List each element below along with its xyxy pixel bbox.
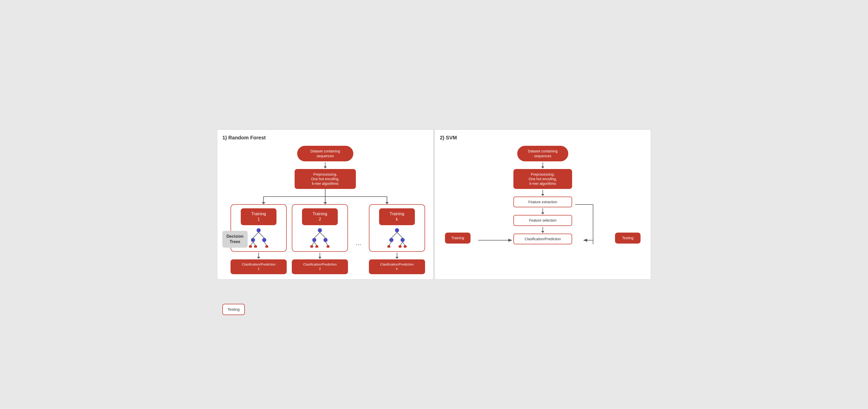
rf-branches: Training 1 <box>222 204 428 274</box>
main-container: 1) Random Forest Dataset containing sequ… <box>217 129 651 279</box>
svm-content: Dataset containing sequences Preprocessi… <box>440 146 646 244</box>
svg-point-23 <box>323 238 328 242</box>
svm-training: Training <box>445 232 470 243</box>
svg-line-20 <box>314 232 320 238</box>
rf-arrow-branch-2 <box>320 252 320 259</box>
rf-panel: 1) Random Forest Dataset containing sequ… <box>217 129 433 279</box>
svg-point-33 <box>389 238 394 242</box>
rf-branch-k: Training k <box>369 204 425 274</box>
svg-line-10 <box>258 232 264 238</box>
rf-branch-box-k: Training k <box>369 204 425 252</box>
svg-line-14 <box>253 242 255 246</box>
svm-testing-container: Testing <box>615 232 641 243</box>
rf-tree-k <box>384 227 410 248</box>
rf-classification-1: Clasification/Prediction 1 <box>230 259 287 274</box>
decision-trees-text: Decision Trees <box>222 231 248 248</box>
svm-panel: 2) SVM Dataset containing sequences Prep… <box>435 129 651 279</box>
rf-classification-2: Clasification/Prediction 2 <box>292 259 348 274</box>
svg-point-30 <box>395 228 399 232</box>
svg-line-21 <box>320 232 326 238</box>
rf-testing-container: Testing <box>222 304 245 315</box>
rf-arrow-1 <box>325 161 326 169</box>
svg-point-19 <box>318 228 322 232</box>
svg-point-15 <box>249 245 252 248</box>
svm-testing: Testing <box>615 232 641 243</box>
rf-dots: ... <box>353 239 364 247</box>
svg-line-9 <box>253 232 258 238</box>
rf-branch-arrows-svg <box>222 189 428 204</box>
svm-preprocessing: Preprocessing. One hot encofing, k-mer a… <box>514 169 572 189</box>
svg-marker-5 <box>323 202 327 204</box>
rf-tree-1 <box>246 227 271 248</box>
svm-title: 2) SVM <box>440 135 646 141</box>
rf-training-k: Training k <box>379 208 415 225</box>
svm-classification: Clasification/Prediction <box>514 233 572 244</box>
rf-classification-k: Clasification/Prediction k <box>369 259 425 274</box>
rf-preprocessing: Preprocessing. One hot encofing, k-mer a… <box>294 169 356 189</box>
svg-marker-3 <box>262 202 265 204</box>
svm-feature-selection-container: Feature selection <box>514 215 572 226</box>
rf-multi-arrow <box>222 189 428 204</box>
rf-training-1: Training 1 <box>241 208 277 225</box>
svg-point-27 <box>315 245 318 248</box>
svg-point-12 <box>262 238 266 242</box>
rf-tree-2 <box>307 227 333 248</box>
rf-dataset: Dataset containing sequences <box>297 146 353 161</box>
svg-point-36 <box>387 245 390 248</box>
svg-point-26 <box>310 245 313 248</box>
svg-point-34 <box>401 238 405 242</box>
decision-trees-label: Decision Trees <box>222 231 248 248</box>
svg-point-18 <box>265 245 268 248</box>
rf-content: Dataset containing sequences Preprocessi… <box>222 146 428 274</box>
rf-title: 1) Random Forest <box>222 135 428 141</box>
svg-line-13 <box>250 242 253 246</box>
svg-point-40 <box>404 245 407 248</box>
svg-line-31 <box>391 232 397 238</box>
svg-line-28 <box>326 242 328 246</box>
svg-point-22 <box>312 238 316 242</box>
rf-branch-box-2: Training 2 <box>292 204 348 252</box>
svm-training-container: Training <box>445 232 470 243</box>
svm-arrow-1 <box>542 161 543 169</box>
svg-line-37 <box>400 242 403 246</box>
rf-branches-row: Decision Trees Testing Training 1 <box>222 204 428 274</box>
rf-arrow-branch-k <box>397 252 397 259</box>
svg-line-38 <box>403 242 405 246</box>
svg-line-32 <box>397 232 403 238</box>
rf-testing: Testing <box>222 304 245 315</box>
svm-arrow-2 <box>542 189 543 197</box>
rf-arrow-branch-1 <box>258 252 259 259</box>
svg-line-17 <box>264 242 267 246</box>
svm-arrow-3 <box>542 207 543 215</box>
svm-dataset: Dataset containing sequences <box>517 146 568 161</box>
svg-marker-7 <box>385 202 389 204</box>
svg-point-11 <box>251 238 255 242</box>
svg-point-39 <box>399 245 402 248</box>
svm-feature-selection: Feature selection <box>514 215 572 226</box>
rf-branch-2: Training 2 <box>292 204 348 274</box>
svg-line-24 <box>312 242 314 246</box>
svm-arrow-4 <box>542 226 543 233</box>
svm-feature-extraction: Feature extraction <box>514 197 572 207</box>
svg-line-35 <box>389 242 391 246</box>
rf-training-2: Training 2 <box>302 208 338 225</box>
svg-point-29 <box>327 245 330 248</box>
svg-point-8 <box>256 228 261 232</box>
svm-main-col: Dataset containing sequences Preprocessi… <box>471 146 615 244</box>
svg-line-25 <box>314 242 317 246</box>
svg-point-16 <box>254 245 257 248</box>
